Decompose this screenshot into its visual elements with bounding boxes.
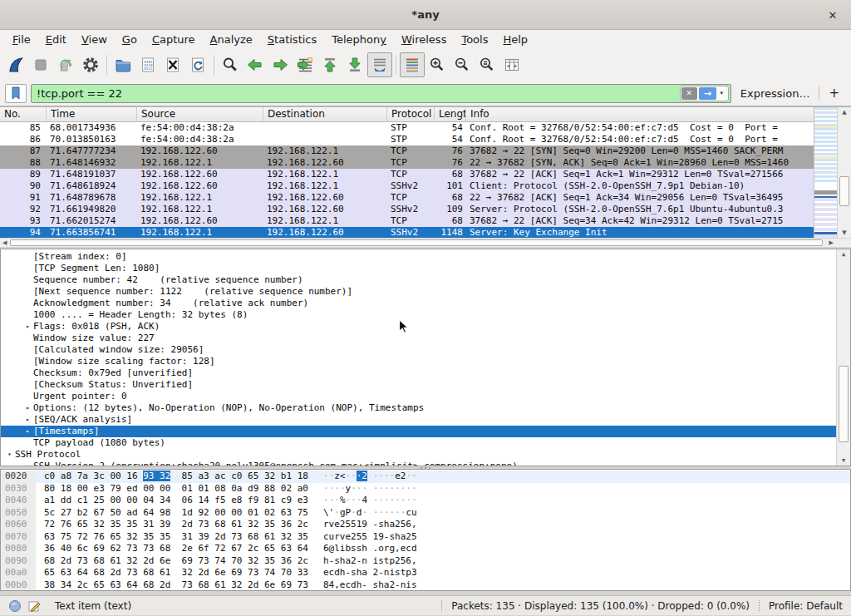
hex-row[interactable]: 007063 75 72 76 65 32 35 35 31 39 2d 73 … — [1, 531, 850, 544]
column-header-no[interactable]: No. — [0, 107, 47, 121]
scroll-down-icon[interactable]: ▼ — [837, 456, 850, 466]
zoom-original-button[interactable] — [475, 52, 499, 77]
detail-line-ssh-version[interactable]: ▸SSH Version 2 (encryption:chacha20-poly… — [1, 461, 850, 466]
open-file-button[interactable] — [111, 52, 135, 77]
packet-row[interactable]: 8871.648146932192.168.122.1192.168.122.6… — [0, 157, 851, 169]
ascii-bytes[interactable]: \'·gP·d· ······cu — [317, 507, 417, 520]
ascii-bytes[interactable]: h-sha2-n istp256, — [317, 555, 417, 568]
details-vertical-scrollbar[interactable]: ▲ ▼ — [836, 249, 850, 466]
ascii-bytes[interactable]: curve255 19-sha25 — [317, 531, 417, 544]
reload-file-button[interactable] — [185, 52, 210, 77]
packet-list-horizontal-scrollbar[interactable]: ◀ ▶ — [0, 238, 851, 247]
ascii-bytes[interactable]: ecdh-sha 2-nistp3 — [317, 567, 417, 579]
detail-line-seq-ack[interactable]: ▸[SEQ/ACK analysis] — [1, 414, 850, 426]
detail-line-flags[interactable]: ▸Flags: 0x018 (PSH, ACK) — [1, 321, 850, 333]
menu-telephony[interactable]: Telephony — [324, 32, 394, 47]
menu-wireless[interactable]: Wireless — [394, 32, 454, 47]
save-file-button[interactable]: 010101100111 — [135, 52, 160, 77]
ascii-bytes[interactable]: 6@libssh .org,ecd — [317, 543, 417, 555]
ascii-bytes[interactable]: ···%···4 ········ — [317, 495, 417, 507]
detail-line[interactable]: [Checksum Status: Unverified] — [1, 379, 850, 391]
display-filter-input[interactable] — [37, 87, 680, 100]
capture-comment-icon[interactable] — [27, 599, 41, 613]
detail-line[interactable]: Urgent pointer: 0 — [1, 391, 850, 402]
detail-line[interactable]: [Calculated window size: 29056] — [1, 344, 850, 356]
detail-line-options[interactable]: ▸Options: (12 bytes), No-Operation (NOP)… — [1, 402, 850, 414]
column-header-time[interactable]: Time — [47, 107, 137, 121]
scrollbar-thumb[interactable] — [10, 239, 823, 246]
go-to-packet-button[interactable] — [293, 52, 317, 77]
expression-button[interactable]: Expression… — [735, 87, 815, 100]
close-file-button[interactable] — [160, 52, 185, 77]
colorize-packets-button[interactable] — [400, 52, 425, 77]
packet-row[interactable]: 8971.648191037192.168.122.60192.168.122.… — [0, 169, 851, 180]
stop-capture-button[interactable] — [28, 52, 53, 77]
column-header-length[interactable]: Length — [435, 107, 466, 121]
scroll-right-icon[interactable]: ▶ — [829, 239, 834, 247]
packet-row[interactable]: 9071.648618924192.168.122.60192.168.122.… — [0, 180, 851, 192]
detail-line[interactable]: [Next sequence number: 1122 (relative se… — [1, 286, 850, 298]
scroll-left-icon[interactable]: ◀ — [2, 239, 7, 247]
go-back-button[interactable] — [243, 52, 268, 77]
find-packet-button[interactable] — [218, 52, 243, 77]
expand-arrow-icon[interactable]: ▸ — [22, 414, 33, 426]
ascii-bytes[interactable]: ····y··· ········ — [317, 483, 417, 495]
scroll-up-icon[interactable]: ▲ — [838, 107, 851, 117]
filter-apply-button[interactable]: → — [699, 87, 716, 100]
ascii-bytes[interactable]: rve25519 -sha256, — [317, 519, 417, 531]
expand-arrow-icon[interactable]: ▸ — [22, 426, 33, 437]
hex-row[interactable]: 00b038 34 2c 65 63 64 68 2d 73 68 61 32 … — [1, 579, 850, 592]
menu-edit[interactable]: Edit — [38, 32, 74, 47]
expert-info-icon[interactable] — [8, 599, 22, 613]
column-header-info[interactable]: Info — [466, 107, 851, 121]
detail-line[interactable]: Window size value: 227 — [1, 333, 850, 344]
menu-file[interactable]: File — [5, 32, 38, 47]
detail-line[interactable]: [TCP Segment Len: 1080] — [1, 263, 850, 274]
scroll-down-icon[interactable]: ▼ — [838, 228, 851, 238]
hex-bytes[interactable]: 68 2d 73 68 61 32 2d 6e 69 73 74 70 32 3… — [36, 555, 317, 568]
go-to-top-button[interactable] — [317, 52, 342, 77]
filter-bookmark-button[interactable] — [5, 84, 27, 103]
filter-clear-button[interactable]: ✕ — [681, 87, 697, 100]
packet-row[interactable]: 9171.648789678192.168.122.1192.168.122.6… — [0, 192, 851, 204]
scrollbar-thumb[interactable] — [839, 176, 849, 206]
capture-options-button[interactable] — [78, 52, 103, 77]
detail-line[interactable]: Acknowledgment number: 34 (relative ack … — [1, 298, 850, 309]
column-header-destination[interactable]: Destination — [263, 107, 387, 121]
hex-bytes[interactable]: a1 dd c1 25 00 00 04 34 06 14 f5 e8 f9 8… — [36, 495, 317, 507]
detail-line-timestamps-selected[interactable]: ▸[Timestamps] — [1, 426, 850, 437]
scroll-up-icon[interactable]: ▲ — [837, 249, 850, 259]
packet-row[interactable]: 9271.661949820192.168.122.1192.168.122.6… — [0, 204, 851, 215]
hex-bytes[interactable]: 72 76 65 32 35 35 31 39 2d 73 68 61 32 3… — [36, 519, 317, 531]
close-window-button[interactable]: ✕ — [824, 7, 841, 23]
hex-bytes[interactable]: 5c 27 b2 67 50 ad 64 98 1d 92 00 00 01 0… — [36, 507, 317, 520]
hex-bytes[interactable]: 36 40 6c 69 62 73 73 68 2e 6f 72 67 2c 6… — [36, 543, 317, 555]
detail-line-ssh-protocol[interactable]: ▾SSH Protocol — [1, 449, 850, 461]
detail-line[interactable]: [Window size scaling factor: 128] — [1, 356, 850, 367]
hex-bytes[interactable]: 38 34 2c 65 63 64 68 2d 73 68 61 32 2d 6… — [36, 579, 317, 592]
packet-list-vertical-scrollbar[interactable]: ▲ ▼ — [837, 107, 851, 238]
hex-bytes[interactable]: c0 a8 7a 3c 00 16 93 32 85 a3 ac c0 65 3… — [36, 471, 317, 483]
packet-row[interactable]: 8670.013850163fe:54:00:d4:38:2aSTP54Conf… — [0, 134, 851, 145]
collapse-arrow-icon[interactable]: ▾ — [4, 449, 15, 461]
packet-row[interactable]: 9371.662015274192.168.122.60192.168.122.… — [0, 215, 851, 227]
ascii-bytes[interactable]: ··z<···2 ····e2·· — [317, 471, 417, 483]
detail-line[interactable]: TCP payload (1080 bytes) — [1, 437, 850, 449]
filter-dropdown-caret[interactable]: ▾ — [716, 90, 727, 96]
zoom-out-button[interactable] — [450, 52, 475, 77]
hex-bytes[interactable]: 80 18 00 e3 79 ed 00 00 01 01 08 0a d9 8… — [36, 483, 317, 495]
expand-arrow-icon[interactable]: ▸ — [22, 402, 33, 414]
menu-go[interactable]: Go — [115, 32, 145, 47]
column-header-source[interactable]: Source — [137, 107, 263, 121]
status-profile[interactable]: Profile: Default — [769, 600, 843, 612]
resize-columns-button[interactable] — [499, 52, 524, 77]
menu-statistics[interactable]: Statistics — [260, 32, 324, 47]
menu-capture[interactable]: Capture — [145, 32, 203, 47]
hex-row[interactable]: 009068 2d 73 68 61 32 2d 6e 69 73 74 70 … — [1, 555, 850, 568]
packet-row-selected[interactable]: 9471.663856741192.168.122.1192.168.122.6… — [0, 227, 851, 239]
menu-help[interactable]: Help — [495, 32, 535, 47]
menu-analyze[interactable]: Analyze — [203, 32, 260, 47]
packet-row[interactable]: 8771.647777234192.168.122.60192.168.122.… — [0, 145, 851, 157]
packet-row[interactable]: 8568.001734936fe:54:00:d4:38:2aSTP54Conf… — [0, 122, 851, 134]
hex-row[interactable]: 003080 18 00 e3 79 ed 00 00 01 01 08 0a … — [1, 483, 850, 495]
